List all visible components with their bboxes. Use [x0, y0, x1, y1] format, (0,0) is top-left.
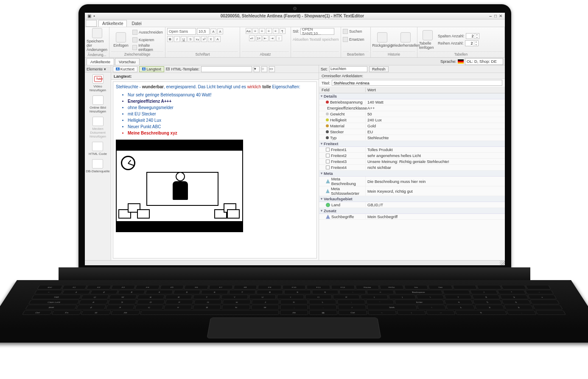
main-tabstrip: Artikeltexte Vorschau Sprache: OL: D, Sh… [85, 58, 505, 65]
menu-tab-artikeltexte[interactable]: Artikeltexte [98, 20, 127, 27]
file-menu-icon[interactable] [86, 20, 97, 27]
sidebar-item-image[interactable]: Online Bild hinzufügen [85, 94, 111, 115]
section-details[interactable]: Details [319, 93, 505, 99]
col-field: Feld [319, 87, 366, 92]
search-icon [343, 29, 348, 34]
langtext-tab[interactable]: ALangtext [139, 66, 164, 72]
section-verkauf[interactable]: Verkaufsgebiet [319, 196, 505, 202]
table-row[interactable]: SteckerEU [319, 129, 505, 135]
italic-button[interactable]: I [174, 36, 180, 42]
minimize-button[interactable]: ‒ [488, 14, 493, 19]
group-history: Historie [372, 51, 415, 56]
save-style-button[interactable]: Aktuellen Textstil speichern [293, 36, 339, 43]
sub-button[interactable]: x₂ [194, 36, 200, 42]
table-row[interactable]: Betriebsspannung140 Watt [319, 99, 505, 105]
number-list-button[interactable]: 1≡ [256, 35, 262, 41]
clear-format-button[interactable]: X [208, 36, 214, 42]
editor-subtool: AKurztext ALangtext A HTML-Template: ▾ ○… [111, 65, 319, 73]
paste-content-button[interactable]: Inhalte einfügen [132, 44, 163, 51]
table-row[interactable]: LandGB,ID,IT [319, 202, 505, 208]
table-row[interactable]: Freitext3Unsere Meinung: Richtig geniale… [319, 159, 505, 165]
sprache-select[interactable]: OL: D, Shop: DE [465, 58, 503, 65]
font-family-select[interactable]: Open Sans [167, 28, 196, 35]
table-row[interactable]: TypStehleuchte [319, 135, 505, 141]
grow-font-button[interactable]: A [210, 28, 216, 34]
paragraph-button[interactable]: ¶ [280, 28, 286, 34]
html-template-select[interactable] [201, 66, 252, 72]
group-save: Änderung... [87, 52, 107, 57]
tab-artikeltexte[interactable]: Artikeltexte [87, 58, 114, 65]
ribbon: Speichern der Änderungen Änderung... Ein… [85, 27, 505, 58]
align-center-button[interactable]: ≡ [259, 28, 265, 34]
undo-button[interactable]: Rückgängig [372, 32, 392, 48]
section-freitext[interactable]: Freitext [319, 141, 505, 147]
html-icon [92, 142, 103, 151]
redo-icon [400, 32, 411, 42]
strike-button[interactable]: S [188, 36, 193, 42]
rows-label: Reihen Anzahl: [438, 41, 464, 45]
indent-button[interactable]: ⇥ [269, 35, 275, 41]
cut-button[interactable]: Ausschneiden [132, 29, 163, 36]
font-color-button[interactable]: A [215, 36, 221, 42]
line-spacing-button[interactable]: ↕ [276, 35, 282, 41]
richtext-editor[interactable]: Stehleuchte - wunderbar, energiesparend.… [113, 81, 317, 258]
table-row[interactable]: Helligkeit240 Lux [319, 117, 505, 123]
refresh-button[interactable]: Refresh [369, 66, 389, 72]
save-icon [92, 28, 102, 38]
maximize-button[interactable]: □ [493, 14, 498, 19]
save-button[interactable]: Speichern der Änderungen [87, 28, 107, 52]
app-window: ▣ ▪ 00200050, Stehleuchte Antinea (Favor… [85, 13, 505, 265]
rows-spinner[interactable]: ▴▾ [465, 40, 479, 46]
table-row[interactable]: EnergieeffizienzklasseA++ [319, 105, 505, 111]
tool-3[interactable]: ▭ [269, 66, 275, 72]
menu-tab-datei[interactable]: Datei [128, 20, 145, 27]
bold-button[interactable]: B [167, 36, 173, 42]
col-value: Wert [366, 87, 505, 92]
table-row[interactable]: Freitext2sehr angenehmes helles Licht [319, 153, 505, 159]
tab-vorschau[interactable]: Vorschau [115, 58, 140, 65]
insert-table-button[interactable]: Tabelle einfügen [419, 30, 436, 50]
underline-button[interactable]: U [181, 36, 187, 42]
undo-icon [377, 32, 387, 42]
section-zusatz[interactable]: Zusatz [319, 208, 505, 214]
sup-button[interactable]: x² [201, 36, 207, 42]
replace-button[interactable]: Ersetzen [343, 36, 364, 43]
titel-input[interactable] [332, 80, 502, 86]
style-select[interactable]: OPEN SANS;10... [300, 28, 334, 35]
font-size-select[interactable]: 10,5 [197, 28, 210, 35]
sidebar-item-db[interactable]: DB-Datenquelle [85, 157, 110, 175]
paste-button[interactable]: Einfügen [111, 32, 131, 48]
set-select[interactable]: Leuchten [329, 66, 367, 72]
section-meta[interactable]: Meta [319, 171, 505, 177]
resize-grip-icon[interactable] [500, 261, 505, 265]
cols-spinner[interactable]: ▴▾ [466, 33, 479, 39]
search-button[interactable]: Suchen [343, 28, 362, 35]
table-row[interactable]: MaterialGold [319, 123, 505, 129]
replace-icon [343, 37, 348, 42]
table-row[interactable]: Gewicht50 [319, 111, 505, 117]
outdent-button[interactable]: ⇤ [263, 35, 269, 41]
tool-1[interactable]: ▾ [254, 66, 260, 72]
case-button[interactable]: Aa [246, 28, 252, 34]
tool-2[interactable]: ○ [261, 66, 267, 72]
kurztext-tab[interactable]: AKurztext [113, 66, 137, 72]
shrink-font-button[interactable]: A [217, 28, 223, 34]
align-right-button[interactable]: ≡ [266, 28, 272, 34]
redo-button[interactable]: Wiederherstellen [394, 32, 417, 48]
sidebar-item-html[interactable]: HTML Code [88, 140, 108, 157]
copy-button[interactable]: Kopieren [132, 36, 163, 43]
editor-header: Langtext: [111, 73, 319, 80]
style-label: Stil: [293, 29, 299, 34]
table-row[interactable]: Meta SchlüsselwörterMein Keyword, richti… [319, 186, 505, 196]
statusbar [85, 260, 505, 265]
close-button[interactable]: ✕ [498, 14, 503, 19]
sidebar-item-video[interactable]: TubeVideo hinzufügen [85, 73, 111, 94]
table-row[interactable]: Freitext1Tolles Produkt [319, 147, 505, 153]
bullet-list-button[interactable]: •≡ [249, 35, 255, 41]
table-row[interactable]: SuchbegriffeMein Suchbegriff [319, 214, 505, 220]
group-font: Schriftart [167, 51, 238, 56]
table-row[interactable]: Freitext4nicht sichtbar [319, 165, 505, 171]
table-row[interactable]: Meta BeschreibungDie Beschreibung muss h… [319, 177, 505, 186]
align-left-button[interactable]: ≡ [252, 28, 258, 34]
align-justify-button[interactable]: ≡ [273, 28, 279, 34]
